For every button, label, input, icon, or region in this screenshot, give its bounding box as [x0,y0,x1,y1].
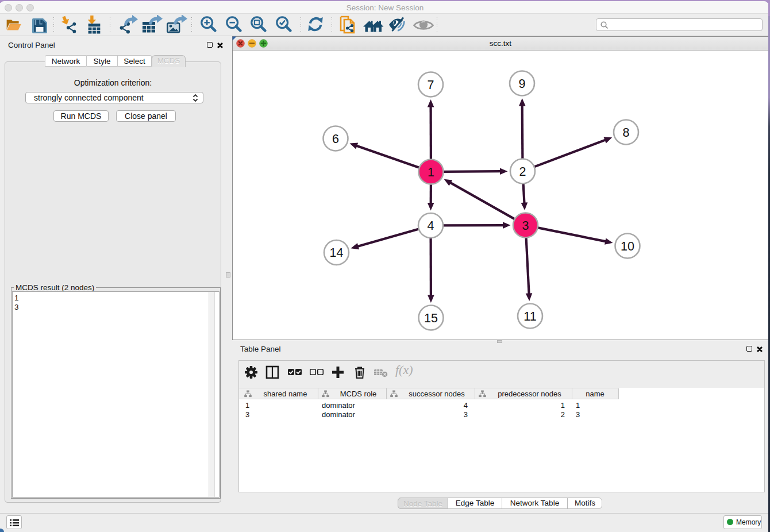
svg-text:14: 14 [330,246,344,260]
svg-text:10: 10 [621,240,634,253]
svg-text:7: 7 [428,78,434,92]
svg-text:11: 11 [523,310,536,323]
svg-text:2: 2 [519,165,526,179]
svg-text:6: 6 [332,132,339,146]
svg-text:4: 4 [428,219,434,233]
svg-text:1: 1 [428,165,434,179]
svg-text:15: 15 [424,311,438,325]
svg-text:8: 8 [623,126,630,140]
svg-text:3: 3 [522,219,529,233]
svg-text:9: 9 [519,77,526,91]
